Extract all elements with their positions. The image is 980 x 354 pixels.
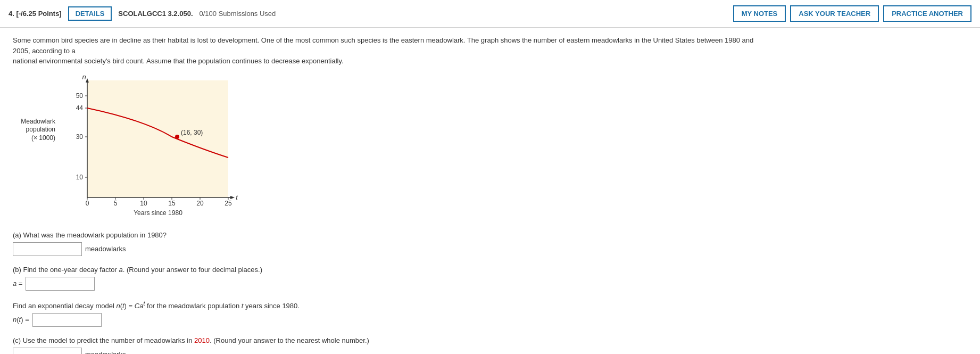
part-a-unit: meadowlarks <box>85 245 126 253</box>
svg-text:5: 5 <box>114 200 118 207</box>
svg-text:t: t <box>236 193 238 201</box>
svg-text:(16, 30): (16, 30) <box>181 129 203 136</box>
part-c-input[interactable] <box>13 348 82 354</box>
practice-another-button[interactable]: PRACTICE ANOTHER <box>883 5 971 22</box>
part-a-input-row: meadowlarks <box>13 242 967 256</box>
problem-text-line2: national environmental society's bird co… <box>13 57 344 65</box>
details-button[interactable]: DETAILS <box>68 6 112 21</box>
svg-marker-4 <box>230 196 235 199</box>
part-c-input-row: meadowlarks <box>13 348 967 354</box>
part-b-var: a <box>117 266 123 274</box>
part-b-prefix: a = <box>13 279 22 287</box>
svg-text:20: 20 <box>196 200 204 207</box>
question-number: 4. [-/6.25 Points] <box>9 10 62 18</box>
svg-rect-0 <box>87 80 228 197</box>
model-input-row: n(t) = <box>13 313 967 327</box>
part-a-input[interactable] <box>13 242 82 256</box>
svg-text:44: 44 <box>76 104 84 112</box>
model-input[interactable] <box>32 313 102 327</box>
svg-point-28 <box>175 135 179 139</box>
part-b: (b) Find the one-year decay factor a. (R… <box>13 266 967 291</box>
part-c-text1: (c) Use the model to predict the number … <box>13 336 194 344</box>
graph-container: n t 50 44 30 10 <box>65 75 246 220</box>
svg-text:25: 25 <box>225 200 232 207</box>
my-notes-button[interactable]: MY NOTES <box>733 5 786 22</box>
part-b-text1: (b) Find the one-year decay factor <box>13 266 117 274</box>
part-c-unit: meadowlarks <box>85 350 126 354</box>
y-label-line1: Meadowlark <box>13 118 55 126</box>
y-axis-label: Meadowlark population (× 1000) <box>13 118 55 143</box>
top-bar: 4. [-/6.25 Points] DETAILS SCOLALGCC1 3.… <box>0 0 980 28</box>
part-b-input[interactable] <box>26 277 95 291</box>
part-b-suffix: . (Round your answer to four decimal pla… <box>123 266 262 274</box>
svg-text:0: 0 <box>86 200 89 207</box>
problem-text: Some common bird species are in decline … <box>13 35 758 67</box>
assignment-code: SCOLALGCC1 3.2.050. <box>118 10 193 18</box>
problem-text-line1: Some common bird species are in decline … <box>13 36 753 55</box>
part-c: (c) Use the model to predict the number … <box>13 336 967 354</box>
y-label-line2: population <box>13 126 55 134</box>
part-b-input-row: a = <box>13 277 967 291</box>
top-right-buttons: MY NOTES ASK YOUR TEACHER PRACTICE ANOTH… <box>733 5 971 22</box>
svg-text:30: 30 <box>76 133 84 141</box>
part-a: (a) What was the meadowlark population i… <box>13 231 967 256</box>
content-area: Some common bird species are in decline … <box>0 28 980 354</box>
submissions-used: 0/100 Submissions Used <box>200 10 727 18</box>
model-part: Find an exponential decay model n(t) = C… <box>13 300 967 327</box>
svg-text:10: 10 <box>140 200 147 207</box>
part-a-question: (a) What was the meadowlark population i… <box>13 231 967 239</box>
model-prefix: n(t) = <box>13 316 29 324</box>
svg-text:50: 50 <box>76 92 84 100</box>
part-b-question: (b) Find the one-year decay factor a. (R… <box>13 266 967 274</box>
model-question: Find an exponential decay model n(t) = C… <box>13 300 967 310</box>
y-label-line3: (× 1000) <box>13 134 55 143</box>
svg-text:Years since 1980: Years since 1980 <box>134 209 182 217</box>
graph-svg: n t 50 44 30 10 <box>65 75 246 219</box>
graph-section: Meadowlark population (× 1000) n <box>13 75 967 220</box>
svg-text:15: 15 <box>168 200 176 207</box>
part-c-text2: . (Round your answer to the nearest whol… <box>210 336 369 344</box>
svg-text:10: 10 <box>76 174 84 181</box>
svg-text:n: n <box>82 75 86 81</box>
ask-teacher-button[interactable]: ASK YOUR TEACHER <box>790 5 879 22</box>
part-c-year: 2010 <box>194 336 210 344</box>
part-c-question: (c) Use the model to predict the number … <box>13 336 967 344</box>
